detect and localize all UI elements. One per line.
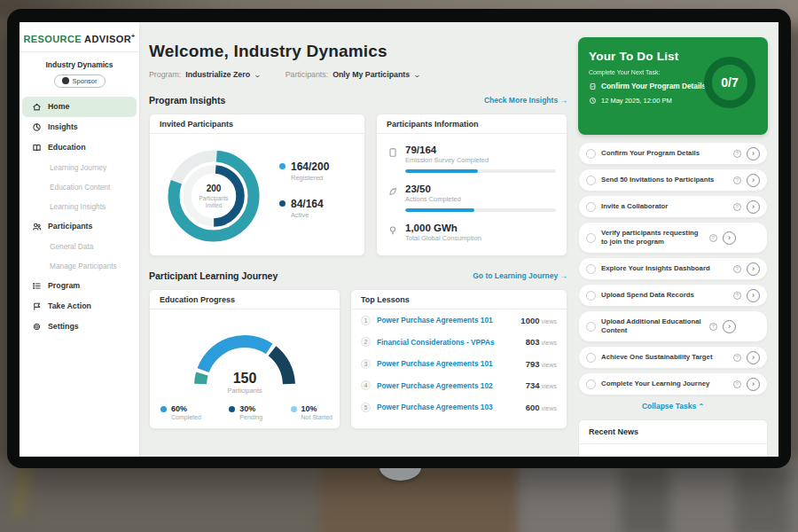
legend-value: 84/164 <box>291 198 324 210</box>
task-checkbox[interactable] <box>586 353 596 363</box>
lesson-link[interactable]: Financial Considerations - VPPAs <box>377 338 520 347</box>
participants-dropdown[interactable]: Participants: Only My Participants ⌄ <box>286 70 420 79</box>
views-suffix: views <box>541 340 557 346</box>
legend-label: Registered <box>291 174 329 182</box>
collapse-tasks-link[interactable]: Collapse Tasks <box>578 402 768 411</box>
legend-item-active: 84/164 Active <box>279 198 329 219</box>
metric-label: Total Global Consumption <box>405 234 556 242</box>
donut-center-value: 200 <box>207 184 222 193</box>
lesson-link[interactable]: Power Purchase Agreements 101 <box>377 316 514 325</box>
chevron-right-icon[interactable] <box>747 262 760 276</box>
info-icon[interactable] <box>733 292 741 300</box>
info-icon[interactable] <box>733 380 741 388</box>
task-row[interactable]: Upload Spend Data Records <box>578 284 768 307</box>
task-row[interactable]: Confirm Your Program Details <box>578 142 768 165</box>
legend-value: 60% <box>171 404 201 413</box>
chevron-right-icon[interactable] <box>747 289 760 302</box>
participants-information-card: Participants Information 79/164 Emission… <box>376 113 567 256</box>
chevron-right-icon[interactable] <box>747 174 760 187</box>
task-row[interactable]: Invite a Collaborator <box>578 195 768 218</box>
logo-secondary: ADVISOR <box>84 34 131 44</box>
todo-hero-panel: Your To Do List Complete Your Next Task:… <box>578 37 768 135</box>
lesson-link[interactable]: Power Purchase Agreements 103 <box>377 403 520 411</box>
sidebar-item-program[interactable]: Program <box>20 276 139 296</box>
task-checkbox[interactable] <box>586 176 596 185</box>
task-row[interactable]: Verify participants requesting to join t… <box>578 222 768 254</box>
legend-value: 30% <box>239 404 262 413</box>
sidebar-item-home[interactable]: Home <box>22 97 137 117</box>
task-checkbox[interactable] <box>586 264 596 274</box>
chevron-right-icon[interactable] <box>723 320 736 333</box>
info-icon[interactable] <box>709 323 717 331</box>
background-desk-left <box>0 461 364 532</box>
todo-next-task-label: Confirm Your Program Details <box>601 82 706 90</box>
sidebar-item-participants[interactable]: Participants <box>20 216 139 237</box>
task-checkbox[interactable] <box>586 149 596 159</box>
sidebar-item-label: Education Content <box>50 183 110 192</box>
clock-icon <box>589 97 597 105</box>
task-row[interactable]: Send 50 Invitations to Participants <box>578 168 768 192</box>
sidebar-item-manage-participants[interactable]: Manage Participants <box>20 256 139 276</box>
views-suffix: views <box>541 318 557 325</box>
home-icon <box>32 102 42 112</box>
sidebar-item-insights[interactable]: Insights <box>20 117 139 137</box>
recent-news-card: Recent News <box>578 419 768 457</box>
metric-value: 79/164 <box>405 145 556 155</box>
sidebar-item-general-data[interactable]: General Data <box>20 237 139 256</box>
learning-journey-header: Participant Learning Journey Go to Learn… <box>149 270 567 281</box>
gauge-center-caption: Participants <box>183 387 307 395</box>
chevron-right-icon[interactable] <box>747 351 760 364</box>
task-row[interactable]: Complete Your Learning Journey <box>578 372 768 395</box>
sidebar-item-education[interactable]: Education <box>20 137 139 158</box>
book-icon <box>32 143 42 153</box>
info-icon[interactable] <box>733 150 741 158</box>
task-row[interactable]: Achieve One Sustainability Target <box>578 346 768 369</box>
info-icon[interactable] <box>733 176 741 184</box>
sidebar-item-learning-insights[interactable]: Learning Insights <box>20 197 139 216</box>
task-row[interactable]: Explore Your Insights Dashboard <box>578 257 768 280</box>
sidebar-item-label: Learning Journey <box>50 163 106 172</box>
program-label: Program: <box>149 70 181 79</box>
logo-plus: + <box>131 33 136 39</box>
chevron-right-icon[interactable] <box>747 200 760 214</box>
lesson-row: 5 Power Purchase Agreements 103 600views <box>351 396 567 419</box>
consumption-row: 1,000 GWh Total Global Consumption <box>377 223 567 242</box>
page-title: Welcome, Industry Dynamics <box>149 42 387 61</box>
sidebar-item-learning-journey[interactable]: Learning Journey <box>20 158 139 177</box>
lesson-link[interactable]: Power Purchase Agreements 101 <box>377 359 520 368</box>
gauge-center-value: 150 <box>183 371 307 387</box>
task-checkbox[interactable] <box>586 322 596 332</box>
chevron-down-icon: ⌄ <box>413 71 421 79</box>
sidebar-item-education-content[interactable]: Education Content <box>20 177 139 197</box>
lesson-row: 2 Financial Considerations - VPPAs 803vi… <box>351 332 567 354</box>
info-icon[interactable] <box>733 203 741 211</box>
go-to-learning-journey-link[interactable]: Go to Learning Journey <box>473 271 567 280</box>
chevron-right-icon[interactable] <box>747 378 760 391</box>
lightbulb-icon <box>387 225 398 236</box>
task-checkbox[interactable] <box>586 202 596 212</box>
actions-completed-row: 23/50 Actions Completed <box>377 184 567 212</box>
card-title: Invited Participants <box>150 114 364 134</box>
todo-progress-value: 0/7 <box>721 75 738 90</box>
task-checkbox[interactable] <box>586 291 596 301</box>
info-icon[interactable] <box>733 265 741 273</box>
todo-task-list: Confirm Your Program Details Send 50 Inv… <box>578 142 768 395</box>
lesson-link[interactable]: Power Purchase Agreements 102 <box>377 381 520 390</box>
program-dropdown[interactable]: Program: Industrialize Zero ⌄ <box>149 70 261 79</box>
task-checkbox[interactable] <box>586 379 596 389</box>
legend-item-pending: 30% Pending <box>229 404 262 420</box>
chevron-right-icon[interactable] <box>723 231 736 245</box>
check-more-insights-link[interactable]: Check More Insights <box>484 96 567 105</box>
sidebar-item-take-action[interactable]: Take Action <box>20 296 139 317</box>
task-label: Verify participants requesting to join t… <box>601 229 704 246</box>
task-row[interactable]: Upload Additional Educational Content <box>578 310 768 342</box>
info-icon[interactable] <box>733 354 741 362</box>
views-suffix: views <box>541 383 557 389</box>
sidebar-item-label: Home <box>48 102 69 111</box>
chevron-right-icon[interactable] <box>747 147 760 160</box>
sidebar-item-settings[interactable]: Settings <box>20 317 139 337</box>
info-icon[interactable] <box>709 234 717 242</box>
people-icon <box>32 222 42 231</box>
metric-label: Actions Completed <box>405 195 556 203</box>
task-checkbox[interactable] <box>586 233 596 243</box>
